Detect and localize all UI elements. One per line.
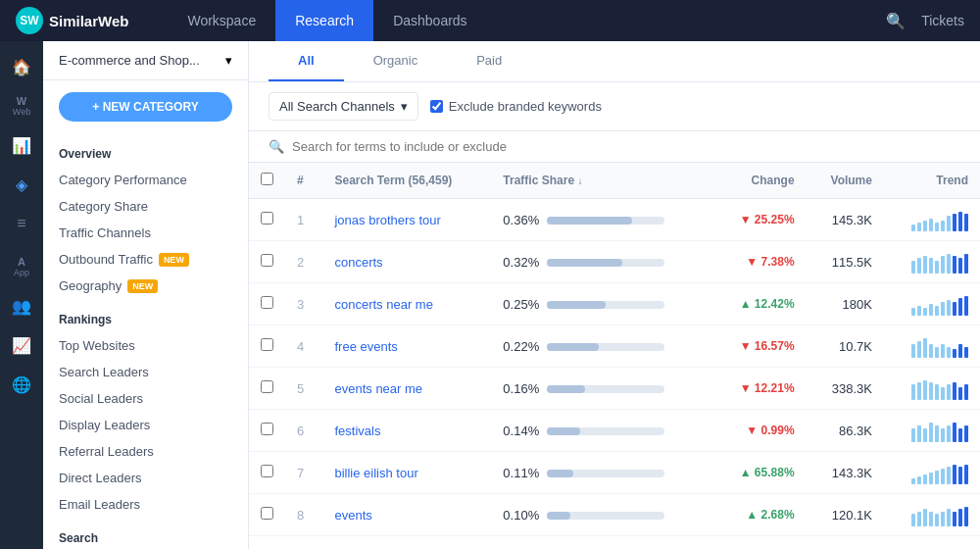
- term-link[interactable]: billie eilish tour: [334, 466, 417, 480]
- row-term[interactable]: concerts: [322, 241, 491, 283]
- traffic-bar-bg: [547, 427, 664, 435]
- row-term[interactable]: festivals: [322, 410, 491, 452]
- row-change: ▲ 65.88%: [712, 452, 807, 494]
- header-change[interactable]: Change: [712, 163, 807, 199]
- tab-paid[interactable]: Paid: [447, 41, 531, 81]
- trend-bar: [917, 382, 921, 400]
- tab-all[interactable]: All: [269, 41, 344, 81]
- nav-research[interactable]: Research: [275, 0, 373, 41]
- row-checkbox[interactable]: [261, 212, 273, 225]
- exclude-branded-checkbox[interactable]: [430, 100, 443, 113]
- sidebar-icon-list[interactable]: ≡: [4, 206, 39, 241]
- traffic-bar-fill: [547, 512, 570, 520]
- sidebar-icon-home[interactable]: 🏠: [4, 49, 39, 84]
- header-num: #: [285, 163, 322, 199]
- trend-bar: [929, 423, 933, 442]
- sidebar-icon-active[interactable]: ◈: [4, 167, 39, 202]
- sidebar-icon-web[interactable]: W Web: [4, 88, 39, 124]
- sidebar-icon-users[interactable]: 👥: [4, 288, 39, 324]
- trend-bar: [917, 512, 921, 526]
- tab-organic[interactable]: Organic: [344, 41, 448, 81]
- filter-bar: All Search Channels ▾ Exclude branded ke…: [249, 82, 980, 131]
- icon-sidebar: 🏠 W Web 📊 ◈ ≡ A App 👥 📈 🌐: [0, 41, 43, 549]
- row-trend: [884, 368, 980, 410]
- new-category-button[interactable]: + NEW CATEGORY: [59, 92, 232, 122]
- trend-bar: [929, 304, 933, 316]
- term-link[interactable]: concerts: [334, 255, 382, 270]
- traffic-bar-fill: [547, 427, 580, 435]
- term-link[interactable]: free events: [334, 339, 397, 354]
- row-volume: 115.5K: [807, 241, 884, 283]
- term-link[interactable]: events: [334, 508, 371, 523]
- row-term[interactable]: post malone tour: [322, 536, 491, 550]
- sidebar-item-email-leaders[interactable]: Email Leaders: [43, 491, 248, 518]
- row-checkbox[interactable]: [261, 254, 273, 267]
- trend-bar: [935, 261, 939, 274]
- term-link[interactable]: events near me: [334, 381, 422, 396]
- row-traffic-share: 0.32%: [491, 241, 712, 283]
- trend-chart: [896, 208, 968, 231]
- sidebar-item-outbound-traffic[interactable]: Outbound Traffic NEW: [43, 246, 248, 273]
- sidebar-item-label: Search Leaders: [59, 365, 149, 379]
- row-checkbox[interactable]: [261, 423, 273, 435]
- row-checkbox[interactable]: [261, 296, 273, 309]
- header-search-term[interactable]: Search Term (56,459): [322, 163, 491, 199]
- trend-bar: [953, 302, 956, 316]
- sidebar-item-geography[interactable]: Geography NEW: [43, 273, 248, 299]
- traffic-bar-container: [547, 385, 664, 393]
- header-traffic-share[interactable]: Traffic Share ↓: [491, 163, 712, 199]
- row-term[interactable]: events near me: [322, 368, 491, 410]
- header-volume[interactable]: Volume: [807, 163, 884, 199]
- sidebar-item-social-leaders[interactable]: Social Leaders: [43, 385, 248, 412]
- trend-bar: [953, 214, 956, 231]
- sidebar-icon-app[interactable]: A App: [4, 249, 39, 284]
- sidebar-item-category-performance[interactable]: Category Performance: [43, 167, 248, 193]
- search-nav-icon[interactable]: 🔍: [886, 12, 906, 30]
- sidebar-icon-trending[interactable]: 📈: [4, 327, 39, 363]
- sidebar-icon-globe[interactable]: 🌐: [4, 367, 39, 402]
- sidebar-item-direct-leaders[interactable]: Direct Leaders: [43, 465, 248, 491]
- traffic-share-value: 0.22%: [503, 339, 539, 354]
- sidebar-item-display-leaders[interactable]: Display Leaders: [43, 412, 248, 438]
- row-checkbox[interactable]: [261, 507, 273, 520]
- sidebar-item-traffic-channels[interactable]: Traffic Channels: [43, 220, 248, 246]
- row-checkbox[interactable]: [261, 380, 273, 393]
- tickets-button[interactable]: Tickets: [921, 13, 964, 28]
- nav-workspace[interactable]: Workspace: [168, 0, 275, 41]
- table-row: 9post malone tour0.10%▲ 8.21%124.6K: [249, 536, 980, 550]
- left-sidebar: E-commerce and Shop... ▾ + NEW CATEGORY …: [43, 41, 249, 549]
- sidebar-icon-chart[interactable]: 📊: [4, 127, 39, 163]
- trend-bar: [953, 465, 956, 484]
- row-number: 7: [285, 452, 322, 494]
- row-change: ▼ 12.21%: [712, 368, 807, 410]
- term-link[interactable]: festivals: [334, 424, 380, 438]
- search-input[interactable]: [292, 139, 960, 154]
- row-checkbox-cell: [249, 199, 285, 241]
- select-all-checkbox[interactable]: [261, 173, 273, 185]
- row-trend: [884, 410, 980, 452]
- term-link[interactable]: jonas brothers tour: [334, 213, 440, 227]
- row-checkbox[interactable]: [261, 338, 273, 351]
- sidebar-item-top-websites[interactable]: Top Websites: [43, 332, 248, 359]
- row-trend: [884, 494, 980, 536]
- row-term[interactable]: jonas brothers tour: [322, 199, 491, 241]
- row-number: 6: [285, 410, 322, 452]
- category-dropdown[interactable]: E-commerce and Shop... ▾: [43, 41, 248, 80]
- trend-bar: [935, 384, 939, 400]
- row-term[interactable]: events: [322, 494, 491, 536]
- exclude-branded-label[interactable]: Exclude branded keywords: [430, 99, 602, 114]
- term-link[interactable]: concerts near me: [334, 297, 432, 312]
- row-checkbox[interactable]: [261, 465, 273, 477]
- sidebar-item-search-leaders[interactable]: Search Leaders: [43, 359, 248, 385]
- sidebar-item-category-share[interactable]: Category Share: [43, 193, 248, 220]
- search-icon: 🔍: [269, 139, 284, 154]
- trend-bar: [958, 387, 962, 400]
- sidebar-item-referral-leaders[interactable]: Referral Leaders: [43, 438, 248, 465]
- nav-dashboards[interactable]: Dashboards: [373, 0, 487, 41]
- channel-dropdown[interactable]: All Search Channels ▾: [269, 92, 418, 121]
- row-checkbox-cell: [249, 283, 285, 325]
- row-term[interactable]: concerts near me: [322, 283, 491, 325]
- row-term[interactable]: billie eilish tour: [322, 452, 491, 494]
- trend-bar: [947, 509, 951, 526]
- row-term[interactable]: free events: [322, 325, 491, 368]
